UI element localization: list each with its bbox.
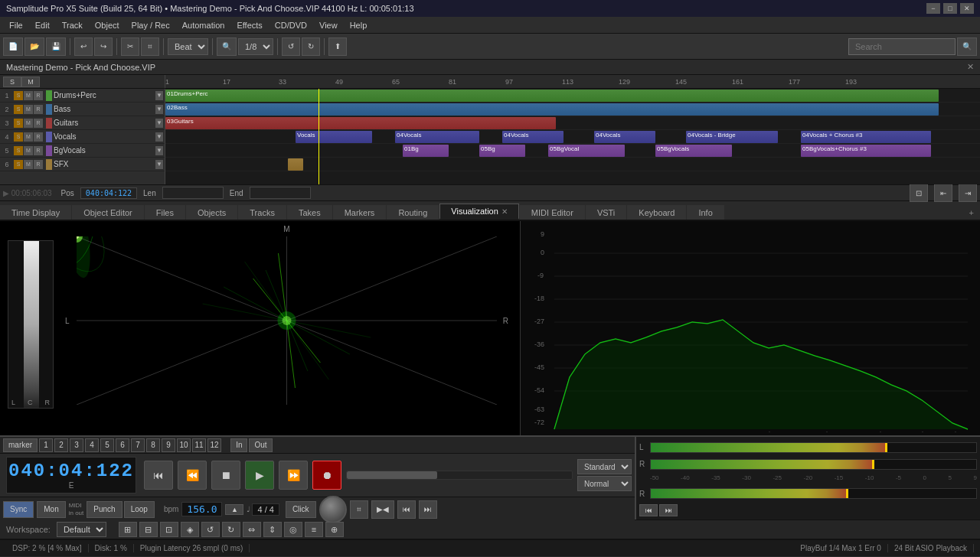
track-segment-3-0[interactable]: Vocals (296, 131, 372, 143)
undo2-button[interactable]: ↺ (282, 37, 300, 56)
tab-keyboard[interactable]: Keyboard (627, 205, 686, 220)
track-segment-3-3[interactable]: 04Vocals (594, 131, 655, 143)
track-segment-1-0[interactable]: 02Bass (165, 103, 939, 116)
track-solo-2[interactable]: S (14, 119, 23, 128)
snap-button[interactable]: ⌗ (141, 37, 159, 56)
track-segment-0-0[interactable]: 01Drums+Perc (165, 90, 939, 102)
menu-item-file[interactable]: File (3, 19, 29, 31)
track-segment-4-3[interactable]: 05BgVocals (655, 145, 732, 157)
bpm-up-button[interactable]: ▲ (225, 504, 243, 515)
marker-1-button[interactable]: 1 (39, 438, 53, 452)
mute-all-button[interactable]: M (21, 77, 40, 87)
redo-button[interactable]: ↪ (94, 37, 113, 56)
menu-item-help[interactable]: Help (344, 19, 374, 31)
menu-item-track[interactable]: Track (56, 19, 89, 31)
tool-button[interactable]: ⬆ (328, 37, 347, 56)
menu-item-playrec[interactable]: Play / Rec (126, 19, 176, 31)
track-mute-1[interactable]: M (24, 105, 33, 114)
rewind-button[interactable]: ⏪ (178, 461, 207, 490)
bpm-display[interactable]: 156.0 (181, 502, 222, 516)
ws-tool-1[interactable]: ⊞ (119, 522, 137, 537)
track-solo-0[interactable]: S (14, 91, 23, 100)
track-lane-4[interactable]: 01Bg05Bg05BgVocal05BgVocals05BgVocals+Ch… (165, 144, 980, 158)
len-input[interactable] (162, 187, 224, 199)
end-input[interactable] (250, 187, 311, 199)
menu-item-edit[interactable]: Edit (29, 19, 56, 31)
marker-3-button[interactable]: 3 (70, 438, 83, 452)
track-arm-5[interactable]: R (34, 160, 43, 169)
track-arm-4[interactable]: R (34, 146, 43, 155)
tab-files[interactable]: Files (145, 205, 185, 220)
pos-value[interactable]: 040:04:122 (80, 187, 137, 199)
tab-visualization-close[interactable]: ✕ (501, 207, 508, 216)
track-mute-5[interactable]: M (24, 160, 33, 169)
track-segment-4-4[interactable]: 05BgVocals+Chorus #3 (801, 145, 931, 157)
mon-button[interactable]: Mon (37, 501, 65, 518)
track-lane-1[interactable]: 02Bass (165, 103, 980, 116)
track-segment-3-4[interactable]: 04Vocals - Bridge (686, 131, 778, 143)
ws-tool-10[interactable]: ≡ (305, 522, 323, 537)
track-expand-4[interactable]: ▼ (155, 146, 163, 155)
track-solo-5[interactable]: S (14, 160, 23, 169)
marker-5-button[interactable]: 5 (100, 438, 114, 452)
metronome-button[interactable]: ▶◀ (371, 500, 394, 519)
marker-4-button[interactable]: 4 (85, 438, 99, 452)
minimize-button[interactable]: − (926, 3, 940, 14)
marker-2-button[interactable]: 2 (54, 438, 68, 452)
close-button[interactable]: ✕ (960, 3, 974, 14)
marker-8-button[interactable]: 8 (146, 438, 160, 452)
marker-10-button[interactable]: 10 (177, 438, 191, 452)
quantize-select[interactable]: 1/8 (238, 38, 273, 55)
tab-info[interactable]: Info (687, 205, 724, 220)
track-mute-3[interactable]: M (24, 132, 33, 142)
ws-tool-11[interactable]: ⊕ (325, 522, 344, 537)
tab-tracks[interactable]: Tracks (238, 205, 286, 220)
fast-forward-button[interactable]: ⏩ (279, 461, 308, 490)
track-segment-3-5[interactable]: 04Vocals + Chorus #3 (801, 131, 931, 143)
ws-tool-8[interactable]: ⇕ (263, 522, 282, 537)
track-lane-0[interactable]: 01Drums+Perc (165, 89, 980, 103)
next-marker-button[interactable]: ⏭ (419, 500, 437, 519)
swing-select[interactable]: Normal (577, 476, 632, 491)
in-button[interactable]: In (230, 438, 247, 452)
record-button[interactable]: ⏺ (312, 461, 341, 490)
tab-object-editor[interactable]: Object Editor (72, 205, 144, 220)
menu-item-cddvd[interactable]: CD/DVD (269, 19, 313, 31)
search-input[interactable] (848, 38, 956, 55)
click-button[interactable]: Click (286, 501, 316, 518)
project-tab-close[interactable]: ✕ (967, 62, 974, 72)
menu-item-view[interactable]: View (313, 19, 344, 31)
undo-button[interactable]: ↩ (74, 37, 93, 56)
track-lane-3[interactable]: Vocals04Vocals04Vocals04Vocals04Vocals -… (165, 130, 980, 144)
new-button[interactable]: 📄 (3, 37, 23, 56)
track-segment-3-1[interactable]: 04Vocals (395, 131, 479, 143)
track-segment-5-0[interactable] (288, 158, 303, 171)
go-start-button[interactable]: ⏮ (144, 461, 173, 490)
search-button[interactable]: 🔍 (957, 37, 977, 56)
marker-6-button[interactable]: 6 (116, 438, 129, 452)
redo2-button[interactable]: ↻ (302, 37, 320, 56)
beat-select[interactable]: Beat (168, 38, 208, 55)
tab-visualization[interactable]: Visualization✕ (439, 204, 519, 220)
ws-tool-9[interactable]: ◎ (284, 522, 302, 537)
track-mute-0[interactable]: M (24, 91, 33, 100)
loop-button[interactable]: Loop (124, 501, 155, 518)
track-solo-1[interactable]: S (14, 105, 23, 114)
track-solo-4[interactable]: S (14, 146, 23, 155)
track-expand-2[interactable]: ▼ (155, 119, 163, 128)
track-segment-2-0[interactable]: 03Guitars (165, 117, 556, 129)
ws-tool-3[interactable]: ⊡ (160, 522, 178, 537)
track-expand-3[interactable]: ▼ (155, 132, 163, 142)
magnify-button[interactable]: 🔍 (217, 37, 237, 56)
ws-tool-7[interactable]: ⇔ (243, 522, 261, 537)
track-lane-5[interactable] (165, 158, 980, 171)
marker-11-button[interactable]: 11 (192, 438, 206, 452)
grid-button[interactable]: ⌗ (350, 500, 368, 519)
track-expand-0[interactable]: ▼ (155, 91, 163, 100)
transport-scrollbar[interactable] (346, 471, 573, 480)
tab-routing[interactable]: Routing (387, 205, 439, 220)
track-arm-2[interactable]: R (34, 119, 43, 128)
meter-next-button[interactable]: ⏭ (659, 504, 678, 516)
track-solo-3[interactable]: S (14, 132, 23, 142)
add-track-button[interactable]: S (3, 77, 21, 87)
